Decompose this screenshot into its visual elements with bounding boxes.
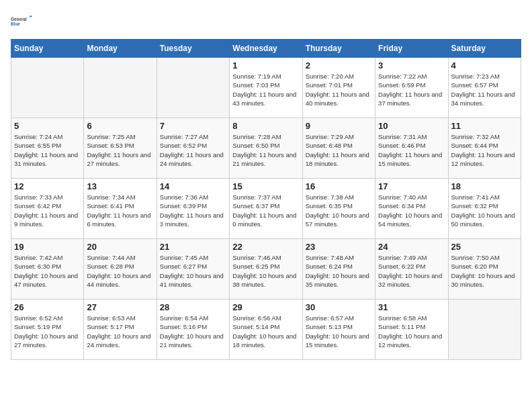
calendar-cell: 19Sunrise: 7:42 AMSunset: 6:30 PMDayligh… bbox=[11, 239, 84, 300]
calendar-cell: 22Sunrise: 7:46 AMSunset: 6:25 PMDayligh… bbox=[230, 239, 302, 300]
calendar-cell: 6Sunrise: 7:25 AMSunset: 6:53 PMDaylight… bbox=[84, 118, 157, 179]
day-number: 6 bbox=[87, 121, 153, 131]
day-info: Sunrise: 7:22 AMSunset: 6:59 PMDaylight:… bbox=[378, 72, 445, 107]
weekday-header-sunday: Sunday bbox=[11, 40, 84, 58]
day-number: 3 bbox=[378, 60, 445, 71]
weekday-header-wednesday: Wednesday bbox=[230, 40, 302, 58]
calendar-cell: 21Sunrise: 7:45 AMSunset: 6:27 PMDayligh… bbox=[157, 239, 229, 300]
day-number: 14 bbox=[160, 181, 226, 191]
day-number: 28 bbox=[160, 302, 226, 312]
day-number: 8 bbox=[232, 121, 299, 131]
week-row-5: 26Sunrise: 6:52 AMSunset: 5:19 PMDayligh… bbox=[11, 300, 521, 360]
svg-text:General: General bbox=[11, 17, 27, 21]
day-info: Sunrise: 7:46 AMSunset: 6:25 PMDaylight:… bbox=[232, 253, 299, 289]
calendar-cell: 2Sunrise: 7:20 AMSunset: 7:01 PMDaylight… bbox=[302, 58, 375, 118]
weekday-header-monday: Monday bbox=[84, 40, 157, 58]
weekday-header-tuesday: Tuesday bbox=[157, 40, 229, 58]
calendar-cell bbox=[157, 58, 229, 118]
calendar-cell: 26Sunrise: 6:52 AMSunset: 5:19 PMDayligh… bbox=[11, 300, 84, 360]
day-info: Sunrise: 7:38 AMSunset: 6:35 PMDaylight:… bbox=[306, 193, 372, 228]
svg-text:Blue: Blue bbox=[11, 21, 20, 26]
calendar-cell: 30Sunrise: 6:57 AMSunset: 5:13 PMDayligh… bbox=[302, 300, 375, 360]
day-info: Sunrise: 7:37 AMSunset: 6:37 PMDaylight:… bbox=[232, 193, 299, 228]
day-info: Sunrise: 7:28 AMSunset: 6:50 PMDaylight:… bbox=[232, 132, 299, 168]
day-number: 29 bbox=[232, 302, 299, 312]
day-info: Sunrise: 7:20 AMSunset: 7:01 PMDaylight:… bbox=[306, 72, 372, 107]
day-info: Sunrise: 7:44 AMSunset: 6:28 PMDaylight:… bbox=[87, 253, 153, 289]
day-number: 26 bbox=[14, 302, 81, 312]
day-number: 5 bbox=[14, 121, 81, 131]
week-row-4: 19Sunrise: 7:42 AMSunset: 6:30 PMDayligh… bbox=[11, 239, 521, 300]
day-number: 10 bbox=[378, 121, 445, 131]
day-info: Sunrise: 6:58 AMSunset: 5:11 PMDaylight:… bbox=[378, 314, 445, 349]
calendar-cell: 23Sunrise: 7:48 AMSunset: 6:24 PMDayligh… bbox=[302, 239, 375, 300]
calendar-cell: 5Sunrise: 7:24 AMSunset: 6:55 PMDaylight… bbox=[11, 118, 84, 179]
weekday-header-row: SundayMondayTuesdayWednesdayThursdayFrid… bbox=[11, 40, 521, 58]
day-info: Sunrise: 6:57 AMSunset: 5:13 PMDaylight:… bbox=[306, 314, 372, 349]
day-info: Sunrise: 7:41 AMSunset: 6:32 PMDaylight:… bbox=[451, 193, 518, 228]
day-number: 23 bbox=[306, 242, 372, 252]
day-number: 1 bbox=[232, 60, 299, 71]
day-number: 20 bbox=[87, 242, 153, 252]
day-info: Sunrise: 7:50 AMSunset: 6:20 PMDaylight:… bbox=[451, 253, 518, 289]
weekday-header-saturday: Saturday bbox=[448, 40, 521, 58]
day-number: 11 bbox=[451, 121, 518, 131]
day-info: Sunrise: 7:27 AMSunset: 6:52 PMDaylight:… bbox=[160, 132, 226, 168]
day-info: Sunrise: 7:19 AMSunset: 7:03 PMDaylight:… bbox=[232, 72, 299, 107]
calendar-cell: 17Sunrise: 7:40 AMSunset: 6:34 PMDayligh… bbox=[375, 179, 448, 239]
day-number: 12 bbox=[14, 181, 81, 191]
calendar-cell: 7Sunrise: 7:27 AMSunset: 6:52 PMDaylight… bbox=[157, 118, 229, 179]
calendar-cell: 27Sunrise: 6:53 AMSunset: 5:17 PMDayligh… bbox=[84, 300, 157, 360]
day-number: 9 bbox=[306, 121, 372, 131]
day-number: 22 bbox=[232, 242, 299, 252]
page-header: GeneralBlue bbox=[11, 11, 521, 32]
day-info: Sunrise: 7:33 AMSunset: 6:42 PMDaylight:… bbox=[14, 193, 81, 228]
calendar-cell: 24Sunrise: 7:49 AMSunset: 6:22 PMDayligh… bbox=[375, 239, 448, 300]
day-number: 27 bbox=[87, 302, 153, 312]
calendar-cell: 11Sunrise: 7:32 AMSunset: 6:44 PMDayligh… bbox=[448, 118, 521, 179]
day-info: Sunrise: 7:48 AMSunset: 6:24 PMDaylight:… bbox=[306, 253, 372, 289]
logo: GeneralBlue bbox=[11, 11, 32, 32]
day-info: Sunrise: 7:29 AMSunset: 6:48 PMDaylight:… bbox=[306, 132, 372, 168]
weekday-header-friday: Friday bbox=[375, 40, 448, 58]
calendar-cell: 14Sunrise: 7:36 AMSunset: 6:39 PMDayligh… bbox=[157, 179, 229, 239]
day-info: Sunrise: 7:42 AMSunset: 6:30 PMDaylight:… bbox=[14, 253, 81, 289]
calendar-cell: 1Sunrise: 7:19 AMSunset: 7:03 PMDaylight… bbox=[230, 58, 302, 118]
calendar-cell: 4Sunrise: 7:23 AMSunset: 6:57 PMDaylight… bbox=[448, 58, 521, 118]
day-number: 18 bbox=[451, 181, 518, 191]
calendar-cell: 16Sunrise: 7:38 AMSunset: 6:35 PMDayligh… bbox=[302, 179, 375, 239]
svg-marker-2 bbox=[29, 15, 32, 17]
logo-icon: GeneralBlue bbox=[11, 11, 32, 32]
calendar-cell bbox=[11, 58, 84, 118]
day-number: 2 bbox=[306, 60, 372, 71]
week-row-3: 12Sunrise: 7:33 AMSunset: 6:42 PMDayligh… bbox=[11, 179, 521, 239]
day-info: Sunrise: 7:36 AMSunset: 6:39 PMDaylight:… bbox=[160, 193, 226, 228]
day-info: Sunrise: 7:25 AMSunset: 6:53 PMDaylight:… bbox=[87, 132, 153, 168]
day-info: Sunrise: 7:40 AMSunset: 6:34 PMDaylight:… bbox=[378, 193, 445, 228]
day-info: Sunrise: 7:31 AMSunset: 6:46 PMDaylight:… bbox=[378, 132, 445, 168]
day-number: 31 bbox=[378, 302, 445, 312]
day-info: Sunrise: 6:52 AMSunset: 5:19 PMDaylight:… bbox=[14, 314, 81, 349]
day-info: Sunrise: 7:23 AMSunset: 6:57 PMDaylight:… bbox=[451, 72, 518, 107]
calendar-cell: 25Sunrise: 7:50 AMSunset: 6:20 PMDayligh… bbox=[448, 239, 521, 300]
calendar-cell bbox=[448, 300, 521, 360]
calendar-cell: 8Sunrise: 7:28 AMSunset: 6:50 PMDaylight… bbox=[230, 118, 302, 179]
calendar-cell bbox=[84, 58, 157, 118]
calendar-cell: 15Sunrise: 7:37 AMSunset: 6:37 PMDayligh… bbox=[230, 179, 302, 239]
day-info: Sunrise: 6:56 AMSunset: 5:14 PMDaylight:… bbox=[232, 314, 299, 349]
day-info: Sunrise: 6:54 AMSunset: 5:16 PMDaylight:… bbox=[160, 314, 226, 349]
day-info: Sunrise: 7:49 AMSunset: 6:22 PMDaylight:… bbox=[378, 253, 445, 289]
calendar-cell: 20Sunrise: 7:44 AMSunset: 6:28 PMDayligh… bbox=[84, 239, 157, 300]
week-row-2: 5Sunrise: 7:24 AMSunset: 6:55 PMDaylight… bbox=[11, 118, 521, 179]
day-number: 25 bbox=[451, 242, 518, 252]
calendar-cell: 28Sunrise: 6:54 AMSunset: 5:16 PMDayligh… bbox=[157, 300, 229, 360]
day-number: 16 bbox=[306, 181, 372, 191]
calendar-cell: 9Sunrise: 7:29 AMSunset: 6:48 PMDaylight… bbox=[302, 118, 375, 179]
calendar-cell: 29Sunrise: 6:56 AMSunset: 5:14 PMDayligh… bbox=[230, 300, 302, 360]
day-number: 7 bbox=[160, 121, 226, 131]
week-row-1: 1Sunrise: 7:19 AMSunset: 7:03 PMDaylight… bbox=[11, 58, 521, 118]
day-info: Sunrise: 6:53 AMSunset: 5:17 PMDaylight:… bbox=[87, 314, 153, 349]
day-number: 4 bbox=[451, 60, 518, 71]
day-info: Sunrise: 7:45 AMSunset: 6:27 PMDaylight:… bbox=[160, 253, 226, 289]
day-number: 13 bbox=[87, 181, 153, 191]
